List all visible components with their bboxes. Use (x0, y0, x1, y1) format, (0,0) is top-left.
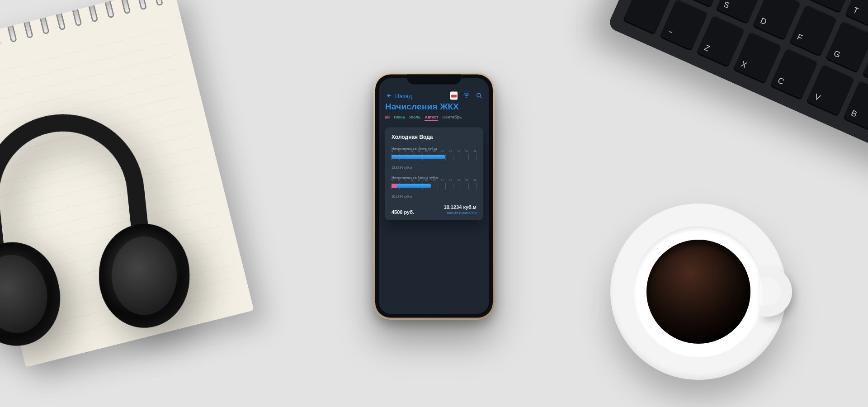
meter-scale: 0246810121416182022 (392, 153, 476, 162)
phone-notch (407, 75, 461, 85)
meter-value: 13,8234 куб.м (392, 166, 476, 169)
scale-ticks: 0246810121416182022 (392, 150, 476, 152)
month-tab[interactable]: Май (385, 115, 390, 121)
svg-point-0 (477, 94, 481, 97)
meter-bar (392, 184, 431, 188)
utility-card: Холодная Вода Начисления за Июль куб.м 0… (385, 128, 483, 220)
meter-value: 10,1234 куб.м (392, 195, 476, 198)
arrow-left-icon (385, 92, 392, 99)
meter-july: Начисления за Июль куб.м 024681012141618… (392, 147, 476, 169)
back-button[interactable]: Назад (385, 92, 412, 99)
enter-readings-link[interactable]: ввести показания (444, 211, 476, 215)
topbar: Назад (385, 92, 483, 100)
card-title: Холодная Вода (392, 134, 476, 140)
search-icon[interactable] (476, 92, 483, 99)
card-footer: 4500 руб. 10,1234 куб.м ввести показания (392, 204, 476, 215)
top-icons (450, 92, 483, 100)
filter-icon[interactable] (463, 92, 470, 99)
meter-bar-current-cap (392, 184, 397, 188)
meter-august: Начисления за Август куб.м 0246810121416… (392, 175, 476, 198)
meter-scale: 0246810121416182022 (392, 182, 476, 191)
card-price: 4500 руб. (392, 209, 414, 215)
card-volume: 10,1234 куб.м (444, 204, 476, 210)
meter-bar (392, 155, 445, 159)
coffee-prop (610, 204, 787, 380)
back-label: Назад (395, 92, 412, 99)
app-screen: Назад Начисления ЖКХ Май Июнь Июль Авгус… (379, 78, 489, 314)
pdf-icon[interactable] (450, 92, 458, 100)
month-tab-active[interactable]: Август (425, 115, 438, 121)
keyboard-prop: §12345678 tabQWERTYUI capsASDFGHJK shift… (607, 0, 868, 181)
scale-ticks: 0246810121416182022 (392, 179, 476, 181)
months-tabs: Май Июнь Июль Август Сентябрь (385, 115, 483, 121)
headphones-prop (0, 101, 207, 378)
phone-frame: Назад Начисления ЖКХ Май Июнь Июль Авгус… (373, 73, 495, 320)
page-title: Начисления ЖКХ (385, 102, 483, 111)
month-tab[interactable]: Сентябрь (442, 115, 462, 121)
month-tab[interactable]: Июнь (394, 115, 405, 121)
month-tab[interactable]: Июль (409, 115, 420, 121)
